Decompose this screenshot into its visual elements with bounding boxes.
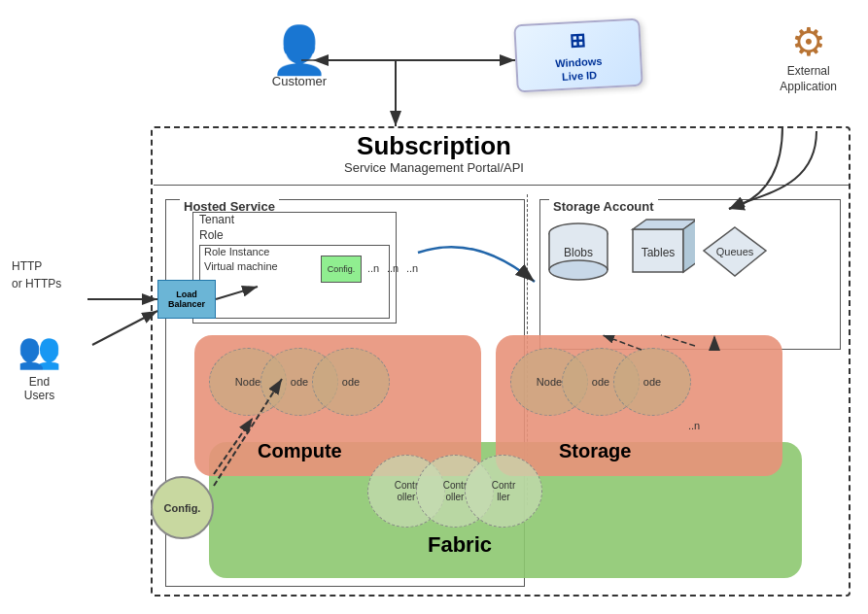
config-inner-label: Config. xyxy=(328,264,356,274)
role-instance-label: Role Instance xyxy=(204,246,269,257)
storage-account-label: Storage Account xyxy=(549,199,658,214)
tables-shape: Tables xyxy=(625,216,695,282)
role-label: Role xyxy=(199,228,224,242)
blobs-shape: Blobs xyxy=(544,222,612,285)
queues-shape: Queues xyxy=(702,225,768,282)
gears-icon: ⚙︎ xyxy=(780,19,837,64)
svg-marker-8 xyxy=(683,220,695,272)
storage-dot-n: ..n xyxy=(688,420,700,431)
svg-text:Queues: Queues xyxy=(716,246,754,257)
customer-label: Customer xyxy=(270,74,329,88)
customer-person: 👤 Customer xyxy=(270,27,329,88)
http-label: HTTP or HTTPs xyxy=(12,257,61,292)
config-inner-box: Config. xyxy=(321,256,362,283)
windows-live-badge: ⊞ Windows Live ID xyxy=(513,18,642,93)
service-mgmt-label: Service Management Portal/API xyxy=(0,160,868,175)
subscription-title: Subscription xyxy=(0,131,868,161)
storage-node-3: ode xyxy=(613,348,691,416)
controller-3: Contr ller xyxy=(465,455,542,528)
customer-icon: 👤 xyxy=(270,27,329,74)
virtual-machine-label: Virtual machine xyxy=(204,260,278,272)
svg-text:Tables: Tables xyxy=(642,246,676,259)
svg-line-18 xyxy=(92,311,157,345)
fabric-label: Fabric xyxy=(428,532,492,558)
config-cylinder: Config. xyxy=(151,476,214,539)
svg-text:Blobs: Blobs xyxy=(564,246,593,259)
storage-label: Storage xyxy=(559,440,631,462)
svg-point-2 xyxy=(549,260,608,280)
load-balancer: Load Balancer xyxy=(157,280,216,319)
windows-flag-icon: ⊞ xyxy=(553,26,601,53)
external-app-label: External Application xyxy=(780,64,837,94)
end-users-label: End Users xyxy=(17,375,61,402)
windows-live-line2: Live ID xyxy=(556,68,604,85)
end-users: 👥 End Users xyxy=(17,330,61,402)
diagram: Subscription Service Management Portal/A… xyxy=(0,0,868,614)
dot-n-2: ..n xyxy=(387,262,399,274)
dot-n-1: ..n xyxy=(367,262,379,274)
tenant-label: Tenant xyxy=(199,213,234,226)
compute-label: Compute xyxy=(258,440,342,462)
end-users-icon: 👥 xyxy=(17,330,61,371)
external-application: ⚙︎ External Application xyxy=(780,19,837,94)
subscription-divider xyxy=(154,185,849,186)
dot-n-3: ..n xyxy=(406,262,418,274)
compute-node-3: ode xyxy=(312,348,390,416)
